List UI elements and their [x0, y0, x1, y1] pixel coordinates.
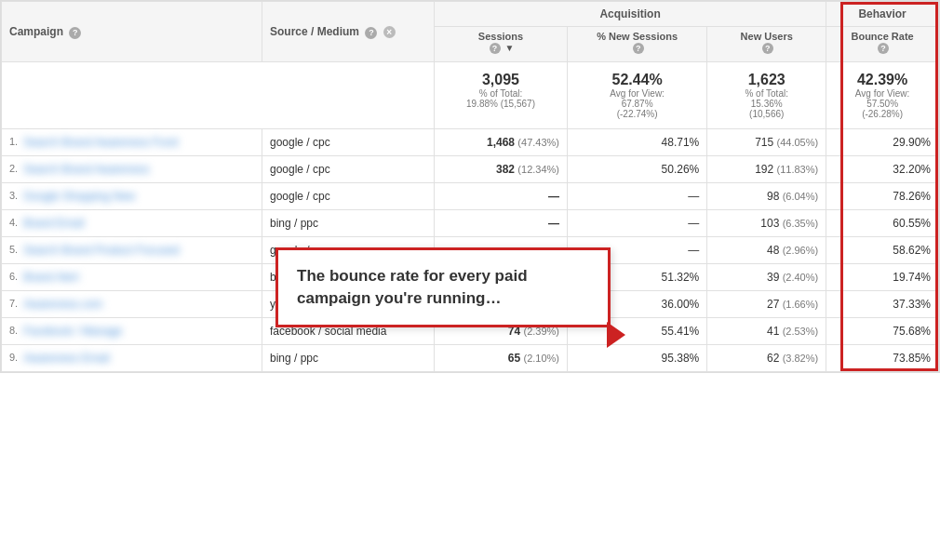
row-number: 9.	[9, 352, 18, 363]
summary-new-users-sub3: (10,566)	[715, 109, 818, 119]
summary-bounce: 42.39% Avg for View: 57.50% (-26.28%)	[826, 62, 939, 129]
sessions-percent: (2.10%)	[523, 353, 559, 364]
sessions-cell: 65 (2.10%)	[435, 345, 568, 372]
row-num-cell: 1. Search Brand Awareness Fund	[2, 129, 262, 156]
bounce-rate-cell: 60.55%	[826, 210, 939, 237]
summary-bounce-main: 42.39%	[834, 72, 931, 88]
pct-new-sessions-cell: 48.71%	[568, 129, 707, 156]
sessions-cell: —	[435, 183, 568, 210]
new-users-help-icon[interactable]: ?	[762, 43, 773, 54]
new-users-subheader: New Users ?	[707, 27, 826, 62]
summary-bounce-sub2: 57.50%	[834, 99, 931, 109]
new-users-percent: (2.40%)	[783, 272, 819, 283]
summary-pct-main: 52.44%	[575, 72, 699, 88]
summary-new-users: 1,623 % of Total: 15.36% (10,566)	[707, 62, 826, 129]
campaign-name[interactable]: Facebook / Manage	[23, 325, 122, 338]
summary-pct-sub3: (-22.74%)	[575, 109, 699, 119]
bounce-rate-cell: 29.90%	[826, 129, 939, 156]
new-users-percent: (11.83%)	[777, 164, 819, 175]
row-num-cell: 8. Facebook / Manage	[2, 318, 262, 345]
row-number: 2.	[9, 163, 18, 174]
new-users-percent: (6.35%)	[783, 218, 819, 229]
row-number: 3.	[9, 190, 18, 201]
summary-sessions-main: 3,095	[442, 72, 559, 88]
source-help-icon[interactable]: ?	[365, 27, 377, 39]
campaign-name[interactable]: Brand Email	[23, 217, 84, 230]
pct-new-sessions-cell: —	[568, 210, 707, 237]
campaign-header-label: Campaign	[9, 25, 63, 38]
new-users-percent: (2.96%)	[783, 245, 819, 256]
sessions-percent: (47.43%)	[517, 137, 559, 148]
bounce-rate-cell: 32.20%	[826, 156, 939, 183]
acquisition-label: Acquisition	[599, 7, 660, 20]
sessions-help-icon[interactable]: ?	[490, 43, 501, 54]
campaign-name[interactable]: Google Shopping New	[23, 190, 135, 203]
bounce-rate-subheader: Bounce Rate ?	[826, 27, 939, 62]
source-medium-header: Source / Medium ? ×	[262, 2, 435, 62]
table-row: 1. Search Brand Awareness Fund google / …	[2, 129, 939, 156]
campaign-name[interactable]: Search Brand Awareness	[23, 163, 149, 176]
source-close-icon[interactable]: ×	[383, 26, 396, 38]
pct-new-help-icon[interactable]: ?	[633, 43, 644, 54]
campaign-name[interactable]: Awareness Email	[23, 352, 109, 365]
new-users-cell: 715 (44.05%)	[707, 129, 826, 156]
sessions-cell: —	[435, 210, 568, 237]
bounce-rate-cell: 75.68%	[826, 318, 939, 345]
behavior-label: Behavior	[858, 7, 906, 20]
sessions-cell: 1,468 (47.43%)	[435, 129, 568, 156]
row-num-cell: 5. Search Brand Product Focused	[2, 237, 262, 264]
row-num-cell: 7. Awareness.com	[2, 291, 262, 318]
sessions-subheader: Sessions ? ▼	[435, 27, 568, 62]
sessions-value: —	[548, 190, 559, 203]
campaign-help-icon[interactable]: ?	[69, 27, 81, 39]
campaign-name[interactable]: Search Brand Product Focused	[23, 244, 179, 257]
new-users-cell: 192 (11.83%)	[707, 156, 826, 183]
row-num-cell: 2. Search Brand Awareness	[2, 156, 262, 183]
row-num-cell: 9. Awareness Email	[2, 345, 262, 372]
pct-new-sessions-subheader: % New Sessions ?	[568, 27, 707, 62]
tooltip-arrow	[607, 322, 625, 348]
table-row: 3. Google Shopping New google / cpc — — …	[2, 183, 939, 210]
table-row: 4. Brand Email bing / ppc — — 103 (6.35%…	[2, 210, 939, 237]
summary-new-users-sub2: 15.36%	[715, 99, 818, 109]
sessions-col-label: Sessions	[440, 31, 561, 42]
source-medium-cell: google / cpc	[262, 183, 435, 210]
row-number: 6.	[9, 271, 18, 282]
source-medium-cell: bing / ppc	[262, 345, 435, 372]
campaign-name[interactable]: Awareness.com	[23, 298, 102, 311]
bounce-rate-tooltip: The bounce rate for every paid campaign …	[275, 247, 611, 327]
summary-new-users-main: 1,623	[715, 72, 818, 88]
new-users-percent: (6.04%)	[783, 191, 819, 202]
row-number: 8.	[9, 325, 18, 336]
summary-sessions: 3,095 % of Total: 19.88% (15,567)	[435, 62, 568, 129]
new-users-cell: 48 (2.96%)	[707, 237, 826, 264]
summary-sessions-sub1: % of Total:	[442, 88, 559, 99]
new-users-percent: (3.82%)	[783, 353, 819, 364]
pct-new-sessions-cell: —	[568, 183, 707, 210]
campaign-name[interactable]: Search Brand Awareness Fund	[23, 136, 178, 149]
bounce-rate-help-icon[interactable]: ?	[878, 43, 889, 54]
campaign-name[interactable]: Brand Alert	[23, 271, 78, 284]
pct-new-sessions-cell: 95.38%	[568, 345, 707, 372]
source-medium-cell: google / cpc	[262, 129, 435, 156]
summary-bounce-sub3: (-26.28%)	[834, 109, 931, 119]
campaign-header: Campaign ?	[2, 2, 262, 62]
sessions-percent: (12.34%)	[517, 164, 559, 175]
sessions-value: 65	[508, 352, 520, 365]
sessions-sort-icon[interactable]: ▼	[505, 43, 515, 53]
new-users-cell: 27 (1.66%)	[707, 291, 826, 318]
summary-pct-new: 52.44% Avg for View: 67.87% (-22.74%)	[568, 62, 707, 129]
sessions-value: 382	[496, 163, 515, 176]
source-medium-cell: google / cpc	[262, 156, 435, 183]
analytics-table-container: Campaign ? Source / Medium ? × Acquisiti…	[0, 0, 940, 373]
bounce-rate-cell: 37.33%	[826, 291, 939, 318]
summary-sessions-sub2: 19.88% (15,567)	[442, 99, 559, 109]
source-medium-label: Source / Medium	[270, 25, 359, 38]
table-row: 9. Awareness Email bing / ppc 65 (2.10%)…	[2, 345, 939, 372]
bounce-rate-cell: 73.85%	[826, 345, 939, 372]
summary-new-users-sub1: % of Total:	[715, 88, 818, 99]
summary-row: 3,095 % of Total: 19.88% (15,567) 52.44%…	[2, 62, 939, 129]
acquisition-group-header: Acquisition	[435, 2, 826, 27]
row-number: 4.	[9, 217, 18, 228]
summary-pct-sub1: Avg for View:	[575, 88, 699, 99]
